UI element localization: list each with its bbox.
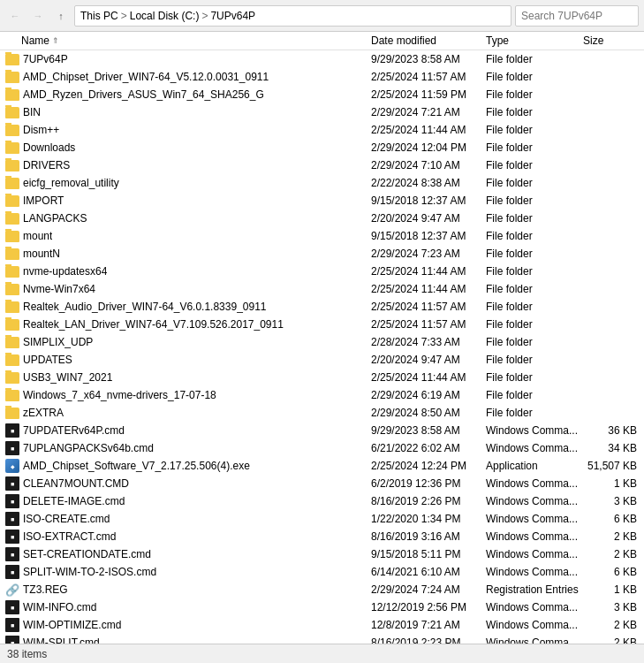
- file-name-cell: ■ DELETE-IMAGE.cmd: [0, 494, 371, 508]
- table-row[interactable]: SIMPLIX_UDP 2/28/2024 7:33 AM File folde…: [0, 333, 644, 351]
- file-list: 7UPv64P 9/29/2023 8:58 AM File folder AM…: [0, 50, 644, 644]
- file-type-cell: Windows Comma...: [486, 530, 583, 543]
- table-row[interactable]: ■ 7UPDATERv64P.cmd 9/29/2023 8:58 AM Win…: [0, 422, 644, 439]
- back-button[interactable]: ←: [5, 6, 25, 26]
- file-name-text: mountN: [23, 248, 60, 260]
- folder-icon: [5, 89, 19, 101]
- table-row[interactable]: ■ DELETE-IMAGE.cmd 8/16/2019 2:26 PM Win…: [0, 492, 644, 510]
- exe-icon: ◆: [5, 459, 19, 473]
- folder-icon: [5, 54, 19, 65]
- file-name-text: 7UPv64P: [23, 53, 68, 65]
- file-name-text: USB3_WIN7_2021: [23, 371, 112, 384]
- file-type-cell: Windows Comma...: [486, 548, 583, 560]
- col-date-header[interactable]: Date modified: [371, 34, 486, 47]
- table-row[interactable]: ■ 7UPLANGPACKSv64b.cmd 6/21/2022 6:02 AM…: [0, 439, 644, 457]
- file-size-cell: 3 KB: [583, 601, 644, 613]
- table-row[interactable]: BIN 2/29/2024 7:21 AM File folder: [0, 103, 644, 121]
- file-date-cell: 2/29/2024 12:04 PM: [371, 141, 486, 154]
- table-row[interactable]: USB3_WIN7_2021 2/25/2024 11:44 AM File f…: [0, 369, 644, 386]
- file-name-cell: ◆ AMD_Chipset_Software_V7_2.17.25.506(4)…: [0, 459, 371, 473]
- table-row[interactable]: ◆ AMD_Chipset_Software_V7_2.17.25.506(4)…: [0, 457, 644, 475]
- table-row[interactable]: Dism++ 2/25/2024 11:44 AM File folder: [0, 121, 644, 139]
- file-name-text: Realtek_LAN_Driver_WIN7-64_V7.109.526.20…: [23, 318, 284, 331]
- table-row[interactable]: 7UPv64P 9/29/2023 8:58 AM File folder: [0, 50, 644, 68]
- status-bar: 38 items: [0, 644, 644, 663]
- file-icon: ■: [5, 530, 19, 544]
- up-button[interactable]: ↑: [51, 6, 71, 26]
- table-row[interactable]: ■ SPLIT-WIM-TO-2-ISOS.cmd 6/14/2021 6:10…: [0, 563, 644, 581]
- col-name-header[interactable]: Name ⇑: [0, 34, 371, 47]
- file-icon: ■: [5, 636, 19, 644]
- path-bar[interactable]: This PC > Local Disk (C:) > 7UPv64P: [74, 5, 511, 27]
- table-row[interactable]: ■ ISO-EXTRACT.cmd 8/16/2019 3:16 AM Wind…: [0, 528, 644, 545]
- table-row[interactable]: nvme-updatesx64 2/25/2024 11:44 AM File …: [0, 263, 644, 280]
- file-type-cell: File folder: [486, 106, 583, 118]
- col-type-header[interactable]: Type: [486, 34, 583, 47]
- file-icon: [5, 282, 19, 296]
- folder-icon: [5, 284, 19, 295]
- file-date-cell: 2/29/2024 8:50 AM: [371, 407, 486, 419]
- file-type-cell: File folder: [486, 301, 583, 313]
- file-date-cell: 2/25/2024 11:44 AM: [371, 265, 486, 278]
- file-name-text: ISO-EXTRACT.cmd: [23, 530, 116, 543]
- table-row[interactable]: zEXTRA 2/29/2024 8:50 AM File folder: [0, 404, 644, 422]
- file-icon: [5, 264, 19, 278]
- file-icon: [5, 52, 19, 66]
- forward-button[interactable]: →: [28, 6, 48, 26]
- file-type-cell: File folder: [486, 230, 583, 242]
- cmd-icon: ■: [5, 636, 19, 644]
- table-row[interactable]: ■ WIM-SPLIT.cmd 8/16/2019 2:23 PM Window…: [0, 634, 644, 644]
- folder-icon: [5, 142, 19, 154]
- file-name-text: WIM-OPTIMIZE.cmd: [23, 619, 121, 631]
- cmd-icon: ■: [5, 476, 19, 491]
- file-type-cell: File folder: [486, 177, 583, 189]
- file-icon: [5, 300, 19, 314]
- table-row[interactable]: Windows_7_x64_nvme-drivers_17-07-18 2/29…: [0, 386, 644, 404]
- table-row[interactable]: DRIVERS 2/29/2024 7:10 AM File folder: [0, 156, 644, 174]
- file-name-text: 7UPDATERv64P.cmd: [23, 424, 125, 437]
- table-row[interactable]: Downloads 2/29/2024 12:04 PM File folder: [0, 139, 644, 156]
- file-date-cell: 9/15/2018 12:37 AM: [371, 194, 486, 207]
- folder-icon: [5, 319, 19, 331]
- folder-icon: [5, 231, 19, 242]
- file-date-cell: 9/29/2023 8:58 AM: [371, 424, 486, 437]
- table-row[interactable]: ■ WIM-INFO.cmd 12/12/2019 2:56 PM Window…: [0, 598, 644, 616]
- file-name-text: SET-CREATIONDATE.cmd: [23, 548, 151, 560]
- table-row[interactable]: eicfg_removal_utility 2/22/2024 8:38 AM …: [0, 174, 644, 192]
- path-localdisk[interactable]: Local Disk (C:): [130, 10, 200, 22]
- file-icon: [5, 229, 19, 243]
- table-row[interactable]: LANGPACKS 2/20/2024 9:47 AM File folder: [0, 210, 644, 227]
- file-icon: [5, 406, 19, 420]
- table-row[interactable]: ■ CLEAN7MOUNT.CMD 6/2/2019 12:36 PM Wind…: [0, 475, 644, 492]
- table-row[interactable]: mount 9/15/2018 12:37 AM File folder: [0, 227, 644, 245]
- cmd-icon: ■: [5, 547, 19, 561]
- col-size-header[interactable]: Size: [583, 34, 644, 47]
- item-count: 38 items: [7, 648, 47, 660]
- table-row[interactable]: ■ SET-CREATIONDATE.cmd 9/15/2018 5:11 PM…: [0, 545, 644, 563]
- file-type-cell: File folder: [486, 389, 583, 401]
- table-row[interactable]: Realtek_LAN_Driver_WIN7-64_V7.109.526.20…: [0, 316, 644, 333]
- search-input[interactable]: [515, 5, 639, 27]
- table-row[interactable]: AMD_Chipset_Driver_WIN7-64_V5.12.0.0031_…: [0, 68, 644, 86]
- table-row[interactable]: IMPORT 9/15/2018 12:37 AM File folder: [0, 192, 644, 210]
- path-thispc[interactable]: This PC: [80, 10, 118, 22]
- table-row[interactable]: AMD_Ryzen_Drivers_ASUS_Win7_64_SHA256_G …: [0, 86, 644, 103]
- file-date-cell: 2/29/2024 7:10 AM: [371, 159, 486, 171]
- file-name-cell: AMD_Chipset_Driver_WIN7-64_V5.12.0.0031_…: [0, 70, 371, 84]
- path-current[interactable]: 7UPv64P: [210, 10, 255, 22]
- table-row[interactable]: 🔗 TZ3.REG 2/29/2024 7:24 AM Registration…: [0, 581, 644, 598]
- file-type-cell: File folder: [486, 141, 583, 154]
- file-name-cell: Dism++: [0, 123, 371, 137]
- table-row[interactable]: UPDATES 2/20/2024 9:47 AM File folder: [0, 351, 644, 369]
- folder-icon: [5, 107, 19, 118]
- table-row[interactable]: ■ ISO-CREATE.cmd 1/22/2020 1:34 PM Windo…: [0, 510, 644, 528]
- table-row[interactable]: mountN 2/29/2024 7:23 AM File folder: [0, 245, 644, 263]
- table-row[interactable]: ■ WIM-OPTIMIZE.cmd 12/8/2019 7:21 AM Win…: [0, 616, 644, 634]
- file-date-cell: 2/29/2024 7:21 AM: [371, 106, 486, 118]
- file-type-cell: Windows Comma...: [486, 619, 583, 631]
- table-row[interactable]: Realtek_Audio_Driver_WIN7-64_V6.0.1.8339…: [0, 298, 644, 316]
- file-name-cell: Windows_7_x64_nvme-drivers_17-07-18: [0, 388, 371, 402]
- file-icon: [5, 247, 19, 261]
- file-date-cell: 6/21/2022 6:02 AM: [371, 442, 486, 454]
- table-row[interactable]: Nvme-Win7x64 2/25/2024 11:44 AM File fol…: [0, 280, 644, 298]
